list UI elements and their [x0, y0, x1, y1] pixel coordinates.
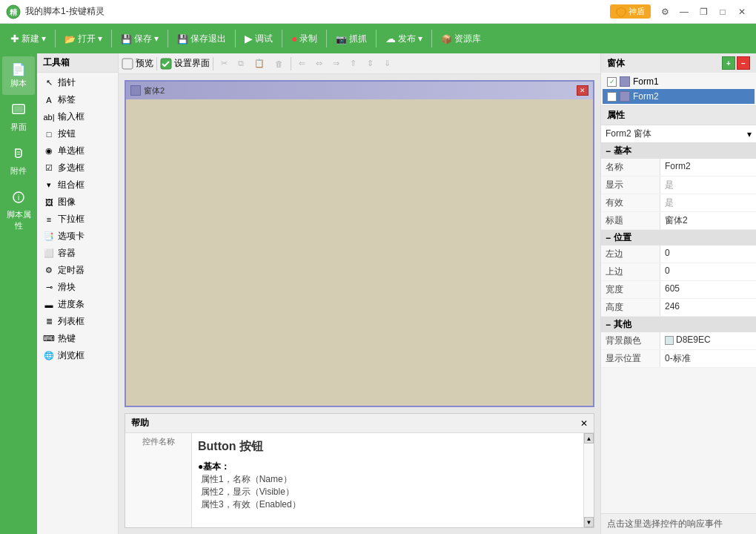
settings-button[interactable]: ⚙ [657, 4, 673, 20]
scroll-up-btn[interactable]: ▲ [584, 433, 594, 444]
help-scrollbar: ▲ ▼ [583, 433, 594, 527]
align-middle-btn[interactable]: ⇕ [362, 57, 378, 70]
prop-value[interactable]: Form2 [660, 159, 756, 176]
scroll-down-btn[interactable]: ▼ [584, 517, 594, 527]
form-list-item-form2[interactable]: Form2 [603, 89, 755, 104]
toolbox-item-progressbar[interactable]: ▬进度条 [39, 296, 116, 313]
bottom-click-label: 点击这里选择控件的响应事件 [607, 518, 723, 530]
prop-value[interactable]: 0-标准 [660, 350, 756, 367]
prop-value[interactable]: D8E9EC [660, 332, 756, 349]
toolbox-item-image[interactable]: 🖼图像 [39, 194, 116, 211]
toolbox-item-pointer[interactable]: ↖指针 [39, 74, 116, 91]
record-button[interactable]: 录制 [285, 30, 323, 48]
script-icon: 📄 [5, 62, 32, 76]
align-right-btn[interactable]: ⇒ [328, 57, 344, 70]
prop-value[interactable]: 246 [660, 299, 756, 316]
scroll-track [584, 444, 594, 517]
align-top-btn[interactable]: ⇑ [345, 57, 361, 70]
window-title: 我的脚本1-按键精灵 [25, 5, 610, 18]
restore-button[interactable]: ❐ [695, 4, 712, 20]
add-form-btn[interactable]: + [722, 56, 735, 70]
listbox-icon: ≣ [43, 316, 55, 328]
help-header: 帮助 ✕ [125, 414, 594, 433]
debug-button[interactable]: 调试 [239, 30, 279, 48]
save-button[interactable]: 保存 ▾ [115, 30, 165, 48]
form-close-button[interactable]: ✕ [577, 85, 588, 96]
help-content: 控件名称 Button 按钮 ●基本： 属性1，名称（Name） 属性2，显示（… [125, 433, 594, 527]
prop-name: 显示 [601, 177, 660, 194]
help-close-button[interactable]: ✕ [580, 418, 588, 429]
toolbox-item-timer[interactable]: ⚙定时器 [39, 262, 116, 279]
prop-value[interactable]: 是 [660, 177, 756, 194]
resource-button[interactable]: 资源库 [435, 30, 487, 48]
publish-button[interactable]: 发布 ▾ [379, 30, 428, 48]
toolbox-item-label[interactable]: A标签 [39, 91, 116, 108]
preview-toggle[interactable]: 预览 [122, 57, 153, 70]
prop-value[interactable]: 是 [660, 194, 756, 211]
prop-value[interactable]: 窗体2 [660, 212, 756, 229]
tab-scriptprops[interactable]: i 脚本属性 [2, 184, 35, 237]
saveexit-icon [177, 33, 188, 44]
setup-toggle[interactable]: 设置界面 [160, 57, 210, 70]
main-layout: 📄 脚本 界面 附件 i 脚本属性 工具箱 ↖指针A标签ab|输入框□按钮◉单选… [0, 53, 756, 534]
prop-row: 有效 是 [601, 194, 756, 212]
open-button[interactable]: 打开 ▾ [59, 30, 108, 48]
tab-scene[interactable]: 界面 [2, 96, 35, 139]
toolbox-item-hotkey[interactable]: ⌨热键 [39, 330, 116, 347]
align-center-btn[interactable]: ⇔ [311, 57, 327, 70]
toolbox: 工具箱 ↖指针A标签ab|输入框□按钮◉单选框☑多选框▾组合框🖼图像≡下拉框📑选… [37, 53, 119, 534]
prop-value[interactable]: 605 [660, 281, 756, 298]
align-bottom-btn[interactable]: ⇓ [379, 57, 395, 70]
prop-value[interactable]: 0 [660, 245, 756, 263]
form-list-item-form1[interactable]: ✓ Form1 [603, 74, 755, 89]
copy-btn[interactable]: ⧉ [233, 57, 248, 70]
prop-name: 左边 [601, 245, 660, 263]
prop-value[interactable]: 0 [660, 263, 756, 280]
toolbox-item-browser[interactable]: 🌐浏览框 [39, 347, 116, 364]
delete-btn[interactable]: 🗑 [271, 58, 288, 70]
toolbox-item-tabcontrol[interactable]: 📑选项卡 [39, 228, 116, 245]
progressbar-icon: ▬ [43, 299, 55, 311]
prop-name: 上边 [601, 263, 660, 280]
remove-form-btn[interactable]: − [737, 56, 750, 70]
prop-table: −基本 名称 Form2 显示 是 有效 是 标题 窗体2 −位置 左边 0 上… [601, 143, 756, 513]
new-button[interactable]: 新建 ▾ [4, 30, 52, 48]
bottom-click-area[interactable]: 点击这里选择控件的响应事件 [601, 513, 756, 534]
toolbox-item-input[interactable]: ab|输入框 [39, 108, 116, 125]
toolbox-item-listbox[interactable]: ≣列表框 [39, 313, 116, 330]
properties-selector[interactable]: Form2 窗体 ▾ [601, 125, 756, 143]
toolbox-item-checkbox-single[interactable]: ◉单选框 [39, 142, 116, 159]
toolbox-title: 工具箱 [37, 53, 118, 73]
center-toolbar: 预览 设置界面 ✂ ⧉ 📋 🗑 ⇐ ⇔ ⇒ ⇑ ⇕ ⇓ [119, 53, 600, 74]
toolbox-item-combobox[interactable]: ▾组合框 [39, 177, 116, 194]
saveexit-button[interactable]: 保存退出 [171, 30, 232, 48]
toolbox-item-checkbox-multi[interactable]: ☑多选框 [39, 159, 116, 177]
resource-icon [441, 33, 452, 44]
publish-icon [385, 33, 396, 44]
help-prop-2: 属性2，显示（Visible） [201, 486, 577, 498]
label-icon: A [43, 94, 55, 106]
tab-script[interactable]: 📄 脚本 [2, 56, 35, 95]
close-button[interactable]: ✕ [734, 4, 750, 20]
capture-icon [336, 33, 347, 44]
tab-attachment[interactable]: 附件 [2, 140, 35, 182]
form-body[interactable] [126, 99, 593, 406]
timer-icon: ⚙ [43, 265, 55, 277]
toolbox-item-dropdown[interactable]: ≡下拉框 [39, 211, 116, 228]
save-icon [121, 33, 132, 44]
maximize-button[interactable]: □ [714, 4, 731, 20]
help-basic-section: ●基本： 属性1，名称（Name） 属性2，显示（Visible） 属性3，有效… [198, 461, 577, 511]
toolbox-item-slider[interactable]: ⊸滑块 [39, 279, 116, 296]
align-left-btn[interactable]: ⇐ [294, 57, 310, 70]
right-panel: 窗体 + − ✓ Form1 Form2 属性 Form2 窗体 ▾ −基本 [600, 53, 756, 534]
minimize-button[interactable]: — [676, 4, 692, 20]
capture-button[interactable]: 抓抓 [330, 30, 373, 48]
shield-badge: 神盾 [610, 4, 651, 19]
form-title-text: 窗体2 [144, 85, 574, 96]
form-list: ✓ Form1 Form2 [601, 73, 756, 105]
paste-btn[interactable]: 📋 [250, 57, 269, 70]
toolbox-item-container[interactable]: ⬜容器 [39, 245, 116, 262]
form-window: 窗体2 ✕ [125, 80, 594, 407]
toolbox-item-button[interactable]: □按钮 [39, 125, 116, 142]
cut-btn[interactable]: ✂ [216, 57, 232, 70]
